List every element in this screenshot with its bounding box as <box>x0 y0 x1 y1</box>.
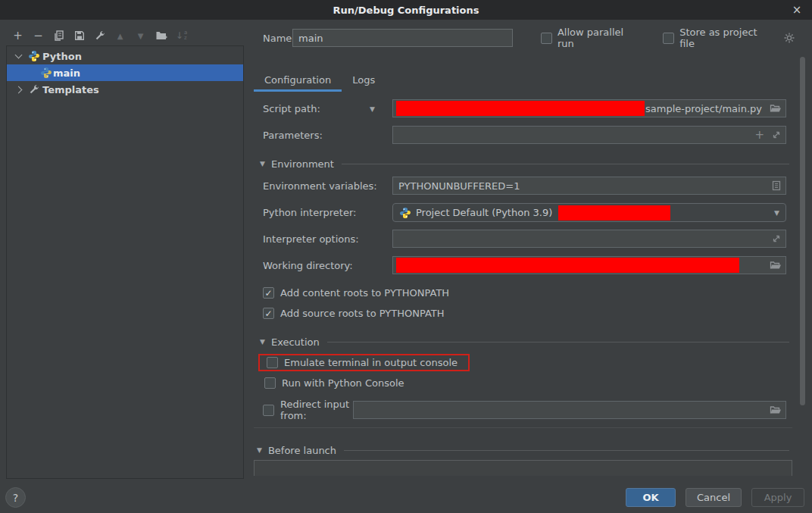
remove-configuration-button[interactable]: − <box>28 27 48 44</box>
copy-icon <box>53 30 65 42</box>
chevron-down-icon: ▼ <box>774 209 779 217</box>
add-source-roots-option[interactable]: ✓ Add source roots to PYTHONPATH <box>254 308 792 319</box>
arrow-up-icon: ▲ <box>117 32 123 40</box>
redirect-input-checkbox[interactable] <box>263 405 274 416</box>
section-collapse-icon[interactable]: ▼ <box>260 160 265 167</box>
redirect-input-row: Redirect input from: <box>254 399 792 421</box>
before-launch-section-header[interactable]: ▼ Before launch <box>254 443 792 457</box>
folder-icon <box>770 102 782 114</box>
python-interpreter-select[interactable]: Project Default (Python 3.9) ▼ <box>392 203 786 222</box>
tab-configuration[interactable]: Configuration <box>254 74 342 92</box>
ok-button[interactable]: OK <box>626 488 676 507</box>
edit-templates-button[interactable] <box>89 27 110 44</box>
name-input[interactable] <box>292 29 513 47</box>
allow-parallel-run-checkbox[interactable] <box>541 33 552 44</box>
add-configuration-button[interactable]: + <box>8 27 28 44</box>
vertical-scrollbar-thumb[interactable] <box>800 57 805 405</box>
before-launch-task-list[interactable] <box>254 460 792 476</box>
redaction-block <box>396 258 739 273</box>
working-directory-row: Working directory: <box>254 256 792 274</box>
python-icon <box>28 50 40 62</box>
allow-parallel-run-option[interactable]: Allow parallel run <box>541 27 642 49</box>
redirect-input-input[interactable] <box>353 401 786 419</box>
copy-configuration-button[interactable] <box>48 27 69 44</box>
python-interpreter-row: Python interpreter: Project Default (Pyt… <box>254 203 792 222</box>
tree-item-templates[interactable]: Templates <box>7 81 243 98</box>
tree-item-python-group[interactable]: Python <box>7 48 243 64</box>
environment-variables-row: Environment variables: PYTHONUNBUFFERED=… <box>254 177 792 195</box>
tree-item-label: Templates <box>42 84 99 95</box>
interpreter-options-input[interactable] <box>392 230 786 248</box>
dialog-title-bar: Run/Debug Configurations × <box>0 0 812 20</box>
section-divider <box>344 450 789 451</box>
wrench-icon <box>28 83 40 95</box>
execution-section-header[interactable]: ▼ Execution <box>254 335 792 349</box>
add-source-roots-checkbox[interactable]: ✓ <box>263 308 274 319</box>
emulate-terminal-option-highlighted[interactable]: Emulate terminal in output console <box>258 354 470 371</box>
browse-folder-button[interactable] <box>770 259 782 271</box>
new-folder-icon <box>155 30 167 42</box>
run-with-python-console-label: Run with Python Console <box>282 377 404 389</box>
save-configuration-button[interactable] <box>69 27 89 44</box>
insert-macro-icon[interactable]: + <box>754 128 764 142</box>
move-down-button[interactable]: ▼ <box>130 27 151 44</box>
save-icon <box>73 30 86 42</box>
emulate-terminal-checkbox[interactable] <box>267 357 278 368</box>
sort-configurations-button[interactable]: ↓ az <box>171 27 192 44</box>
browse-folder-button[interactable] <box>770 102 782 114</box>
python-icon <box>399 207 411 219</box>
script-path-input[interactable]: sample-project/main.py <box>392 99 786 117</box>
configuration-form: Script path: ▼ sample-project/main.py Pa… <box>254 92 792 476</box>
add-content-roots-option[interactable]: ✓ Add content roots to PYTHONPATH <box>254 287 792 299</box>
section-collapse-icon[interactable]: ▼ <box>260 338 265 346</box>
chevron-down-icon[interactable] <box>15 52 23 59</box>
parameters-label: Parameters: <box>263 130 323 141</box>
run-with-python-console-option[interactable]: Run with Python Console <box>254 377 792 389</box>
store-as-project-file-option[interactable]: Store as project file <box>663 27 795 49</box>
working-directory-label: Working directory: <box>263 260 353 271</box>
script-path-row: Script path: ▼ sample-project/main.py <box>254 99 792 117</box>
dialog-title: Run/Debug Configurations <box>333 5 479 16</box>
wrench-icon <box>94 30 106 42</box>
parameters-input[interactable]: + <box>392 126 786 144</box>
working-directory-input[interactable] <box>392 256 786 274</box>
python-interpreter-label: Python interpreter: <box>263 207 356 218</box>
python-interpreter-value: Project Default (Python 3.9) <box>416 207 552 218</box>
before-launch-section-label: Before launch <box>268 445 336 456</box>
tree-item-main[interactable]: main <box>7 64 243 81</box>
script-path-type-dropdown-icon[interactable]: ▼ <box>370 105 375 113</box>
create-folder-button[interactable] <box>151 27 171 44</box>
python-icon <box>40 67 52 79</box>
configurations-toolbar: + − ▲ ▼ ↓ az <box>8 27 192 44</box>
add-content-roots-checkbox[interactable]: ✓ <box>263 287 274 299</box>
expand-field-icon[interactable] <box>770 233 782 245</box>
sort-alpha-icon: ↓ az <box>176 30 187 41</box>
folder-icon <box>770 259 782 271</box>
expand-field-icon[interactable] <box>770 129 782 141</box>
environment-section-header[interactable]: ▼ Environment <box>254 157 792 170</box>
cancel-button[interactable]: Cancel <box>686 488 742 507</box>
apply-button[interactable]: Apply <box>751 488 804 507</box>
question-mark-icon: ? <box>13 492 18 504</box>
name-label: Name: <box>254 33 292 44</box>
plus-icon: + <box>13 29 23 42</box>
browse-folder-button[interactable] <box>770 404 782 416</box>
store-as-project-file-checkbox[interactable] <box>663 33 674 44</box>
chevron-right-icon[interactable] <box>15 86 23 93</box>
edit-environment-variables-button[interactable] <box>770 180 782 192</box>
emulate-terminal-label: Emulate terminal in output console <box>284 357 458 368</box>
gear-icon[interactable] <box>783 32 795 44</box>
parameters-row: Parameters: + <box>254 126 792 144</box>
environment-variables-input[interactable]: PYTHONUNBUFFERED=1 <box>392 177 786 195</box>
script-path-value: sample-project/main.py <box>645 103 762 114</box>
configurations-tree: Python main Templates <box>6 45 244 479</box>
help-button[interactable]: ? <box>5 487 26 508</box>
close-icon[interactable]: × <box>789 0 804 20</box>
arrow-down-icon: ▼ <box>138 32 144 40</box>
move-up-button[interactable]: ▲ <box>110 27 130 44</box>
list-icon <box>770 180 782 192</box>
tab-logs[interactable]: Logs <box>342 74 386 92</box>
run-with-python-console-checkbox[interactable] <box>264 377 276 389</box>
interpreter-options-row: Interpreter options: <box>254 230 792 248</box>
section-collapse-icon[interactable]: ▼ <box>257 446 262 454</box>
